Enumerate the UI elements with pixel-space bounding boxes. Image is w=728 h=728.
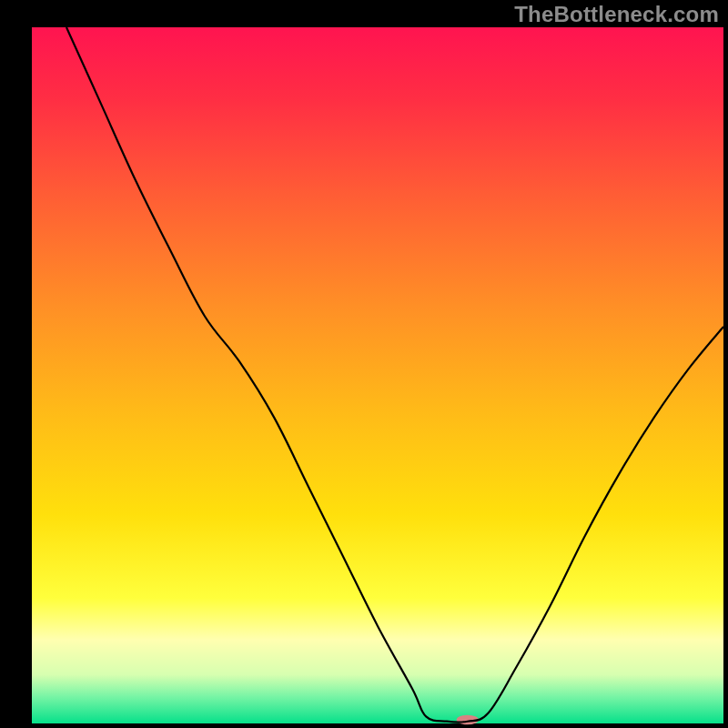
watermark-text: TheBottleneck.com — [514, 2, 719, 27]
bottleneck-chart — [0, 0, 728, 728]
plot-background — [32, 27, 723, 723]
chart-container: TheBottleneck.com — [0, 0, 728, 728]
